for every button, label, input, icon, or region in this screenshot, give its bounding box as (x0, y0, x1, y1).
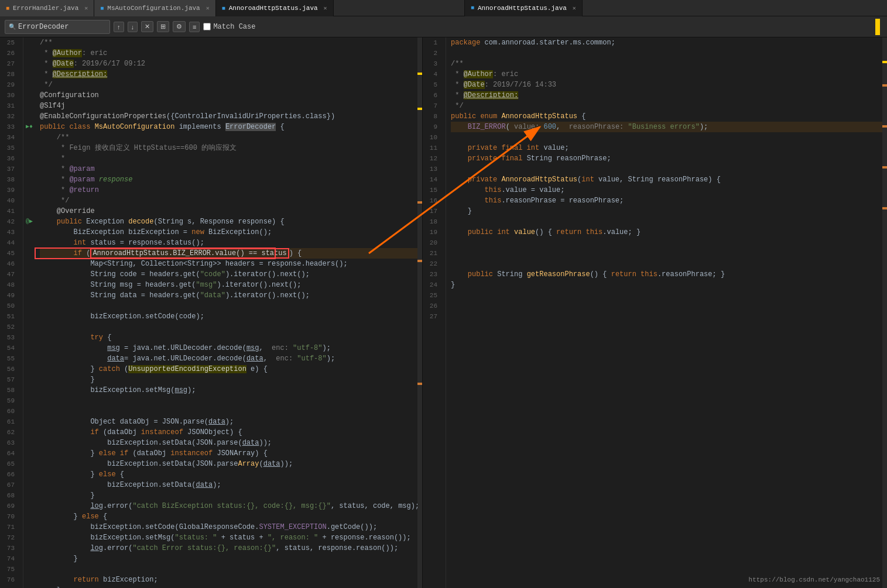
gutter-icon (23, 322, 35, 332)
tab-annoroadhttp-left[interactable]: ■ AnnoroadHttpStatus.java ✕ (216, 0, 334, 16)
tab-msautoconfig[interactable]: ■ MsAutoConfiguration.java ✕ (94, 0, 215, 16)
tab-close-annoroadhttp-right[interactable]: ✕ (573, 5, 576, 12)
line-num: 55 (0, 353, 18, 364)
code-line: * @param response (40, 174, 422, 185)
gutter-icon (23, 448, 35, 459)
gutter-icon (23, 575, 35, 585)
line-num: 20 (423, 238, 441, 248)
line-num: 53 (0, 332, 18, 343)
code-line: this.reasonPhrase = reasonPhrase; (451, 195, 887, 206)
right-scroll-marker-1 (882, 61, 887, 63)
line-num: 33 (0, 122, 18, 132)
right-scrollbar[interactable] (882, 37, 887, 588)
code-line: public class MsAutoConfiguration impleme… (40, 122, 422, 132)
left-code-area[interactable]: 2526272829303132333435363738394041424344… (0, 37, 422, 588)
gutter-icon (23, 343, 35, 353)
gutter-icon (23, 564, 35, 575)
match-case-checkbox[interactable] (203, 23, 211, 30)
next-match-button[interactable]: ↓ (128, 22, 138, 32)
code-line: bizException.setData(JSON.parseArray(dat… (40, 459, 422, 469)
tab-close-errorhandler[interactable]: ✕ (84, 5, 88, 12)
line-num: 72 (0, 532, 18, 543)
line-num: 49 (0, 290, 18, 301)
code-line: /** (40, 37, 422, 48)
tab-icon-errorhandler: ■ (6, 5, 9, 12)
code-line (451, 238, 887, 248)
match-case-label[interactable]: Match Case (203, 23, 255, 31)
search-input[interactable] (18, 23, 106, 31)
gutter-icon (23, 269, 35, 280)
code-line: @EnableConfigurationProperties({Controll… (40, 111, 422, 122)
close-search-button[interactable]: ✕ (141, 21, 153, 32)
gutter-icon (23, 80, 35, 90)
gutter-icon (23, 206, 35, 216)
gutter-icon (23, 438, 35, 448)
tab-errorhandler[interactable]: ■ ErrorHandler.java ✕ (0, 0, 94, 16)
code-line: BIZ_ERROR( value: 600, reasonPhrase: "Bu… (451, 122, 887, 132)
gutter-icon (23, 427, 35, 438)
line-num: 42 (0, 216, 18, 227)
search-input-wrap: 🔍 (5, 20, 110, 34)
gutter-icon (23, 37, 35, 48)
left-scrollbar[interactable] (417, 37, 422, 588)
search-toolbar: 🔍 ↑ ↓ ✕ ⊞ ⚙ ≡ Match Case (0, 16, 887, 37)
gutter-icon (23, 48, 35, 59)
gutter-icon (23, 227, 35, 238)
gutter-icon (23, 511, 35, 522)
code-line: * @Date: 2019/7/16 14:33 (451, 80, 887, 90)
code-line: * @Description: (451, 90, 887, 101)
code-line: } (40, 374, 422, 385)
code-line: String code = headers.get("code").iterat… (40, 269, 422, 280)
line-num: 19 (423, 227, 441, 238)
prev-match-button[interactable]: ↑ (114, 22, 124, 32)
tab-annoroadhttp-right[interactable]: ■ AnnoroadHttpStatus.java ✕ (465, 0, 583, 16)
line-num: 17 (423, 206, 441, 216)
line-num: 62 (0, 427, 18, 438)
right-scroll-marker-5 (882, 207, 887, 209)
code-line (451, 301, 887, 311)
code-line: Object dataObj = JSON.parse(data); (40, 417, 422, 427)
gutter-icon (23, 374, 35, 385)
tab-close-msautoconfig[interactable]: ✕ (206, 5, 210, 12)
line-num: 21 (423, 248, 441, 259)
code-line: * (40, 153, 422, 164)
line-num: 45 (0, 248, 18, 259)
line-num: 28 (0, 69, 18, 80)
filter-button[interactable]: ≡ (189, 22, 200, 32)
code-line: String msg = headers.get("msg").iterator… (40, 280, 422, 290)
tab-label-errorhandler: ErrorHandler.java (13, 5, 78, 12)
line-num: 5 (423, 80, 441, 90)
tab-label-msautoconfig: MsAutoConfiguration.java (107, 5, 200, 12)
line-num: 77 (0, 585, 18, 588)
right-code-area[interactable]: 1234567891011121314151617181920212223242… (423, 37, 887, 588)
line-num: 24 (423, 280, 441, 290)
gutter-icon (23, 396, 35, 406)
find-in-path-button[interactable]: ⊞ (157, 21, 169, 32)
gutter-icon (23, 248, 35, 259)
code-line: @Override (40, 206, 422, 216)
tab-label-annoroadhttp-left: AnnoroadHttpStatus.java (229, 5, 318, 12)
code-line: log.error("catch BizException status:{},… (40, 501, 422, 511)
gutter-icon (23, 490, 35, 501)
gutter-icon (23, 543, 35, 553)
code-line: public enum AnnoroadHttpStatus { (451, 111, 887, 122)
gutter-icon (23, 480, 35, 490)
line-num: 41 (0, 206, 18, 216)
code-line: bizException.setCode(code); (40, 311, 422, 322)
line-num: 6 (423, 90, 441, 101)
scroll-marker-5 (417, 383, 422, 385)
left-gutter: ▶♦@▶ (23, 37, 35, 588)
line-num: 76 (0, 575, 18, 585)
right-scroll-marker-2 (882, 84, 887, 87)
tab-close-annoroadhttp-left[interactable]: ✕ (324, 5, 327, 12)
line-num: 1 (423, 37, 441, 48)
line-num: 48 (0, 280, 18, 290)
gutter-icon (23, 238, 35, 248)
line-num: 35 (0, 143, 18, 153)
settings-button[interactable]: ⚙ (173, 21, 186, 32)
code-line (451, 259, 887, 269)
tab-label-annoroadhttp-right: AnnoroadHttpStatus.java (478, 5, 567, 12)
code-line: * Feign 接收自定义 HttpStatus==600 的响应报文 (40, 143, 422, 153)
tab-icon-msautoconfig: ■ (100, 5, 104, 12)
code-line: } else { (40, 469, 422, 480)
